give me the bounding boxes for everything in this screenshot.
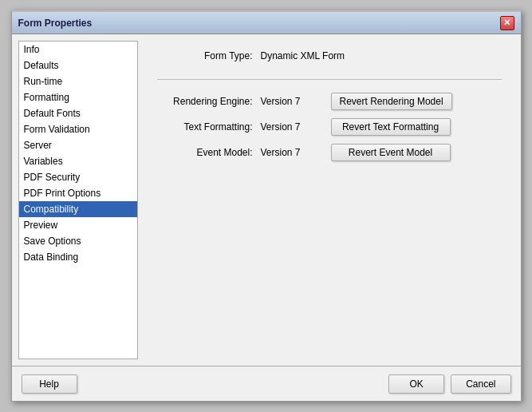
dialog-content: Info Defaults Run-time Formatting Defaul… [12, 34, 521, 366]
form-properties-dialog: Form Properties ✕ Info Defaults Run-time… [11, 10, 522, 402]
text-formatting-field: Version 7 Revert Text Formatting [261, 118, 502, 136]
close-button[interactable]: ✕ [500, 16, 514, 30]
rendering-engine-value: Version 7 [261, 96, 325, 107]
revert-text-formatting-button[interactable]: Revert Text Formatting [331, 118, 451, 136]
cancel-button[interactable]: Cancel [451, 374, 510, 394]
sidebar-item-compatibility[interactable]: Compatibility [19, 201, 137, 217]
event-model-field: Version 7 Revert Event Model [261, 144, 502, 161]
dialog-title: Form Properties [18, 18, 93, 29]
sidebar-item-data-binding[interactable]: Data Binding [19, 249, 137, 265]
help-button[interactable]: Help [22, 374, 77, 394]
sidebar: Info Defaults Run-time Formatting Defaul… [18, 41, 138, 359]
rendering-engine-label: Rendering Engine: [157, 96, 261, 107]
footer-right-buttons: OK Cancel [388, 374, 510, 394]
sidebar-item-defaults[interactable]: Defaults [19, 57, 137, 73]
sidebar-item-run-time[interactable]: Run-time [19, 73, 137, 89]
rendering-engine-row: Rendering Engine: Version 7 Revert Rende… [157, 93, 502, 110]
sidebar-item-pdf-security[interactable]: PDF Security [19, 169, 137, 185]
event-model-label: Event Model: [157, 147, 261, 158]
form-type-value: Dynamic XML Form [261, 50, 502, 61]
title-bar: Form Properties ✕ [12, 12, 521, 34]
sidebar-item-default-fonts[interactable]: Default Fonts [19, 105, 137, 121]
event-model-value: Version 7 [261, 147, 325, 158]
form-type-row: Form Type: Dynamic XML Form [157, 50, 502, 61]
dialog-footer: Help OK Cancel [12, 366, 521, 401]
sidebar-item-save-options[interactable]: Save Options [19, 233, 137, 249]
event-model-row: Event Model: Version 7 Revert Event Mode… [157, 144, 502, 161]
text-formatting-label: Text Formatting: [157, 121, 261, 133]
main-panel: Form Type: Dynamic XML Form Rendering En… [144, 41, 514, 359]
sidebar-item-server[interactable]: Server [19, 137, 137, 153]
revert-rendering-button[interactable]: Revert Rendering Model [331, 93, 452, 110]
revert-event-model-button[interactable]: Revert Event Model [331, 144, 451, 161]
text-formatting-value: Version 7 [261, 121, 325, 133]
text-formatting-row: Text Formatting: Version 7 Revert Text F… [157, 118, 502, 136]
form-type-label: Form Type: [157, 50, 261, 61]
sidebar-item-variables[interactable]: Variables [19, 153, 137, 169]
ok-button[interactable]: OK [388, 374, 444, 394]
sidebar-item-form-validation[interactable]: Form Validation [19, 121, 137, 137]
rendering-engine-field: Version 7 Revert Rendering Model [261, 93, 502, 110]
sidebar-item-info[interactable]: Info [19, 42, 137, 57]
sidebar-item-formatting[interactable]: Formatting [19, 89, 137, 105]
sidebar-item-pdf-print-options[interactable]: PDF Print Options [19, 185, 137, 201]
sidebar-item-preview[interactable]: Preview [19, 217, 137, 233]
divider [157, 79, 502, 80]
